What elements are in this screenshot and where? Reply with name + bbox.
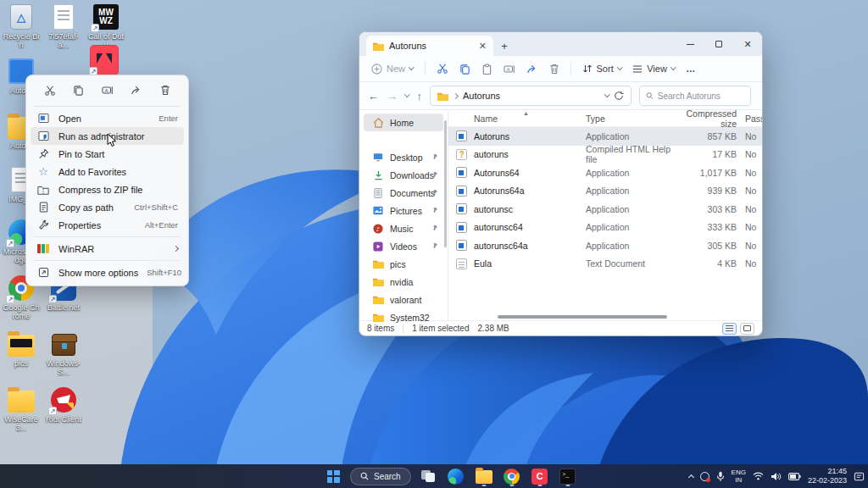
menu-item-add-to-favorites[interactable]: ☆ Add to Favorites <box>31 163 184 180</box>
clock[interactable]: 21:4522-02-2023 <box>808 467 847 486</box>
rename-button[interactable]: A <box>504 64 515 75</box>
large-icons-view-toggle[interactable] <box>740 323 754 335</box>
sidebar-item-music[interactable]: ♪ Music <box>364 219 443 237</box>
share-button[interactable] <box>526 64 538 75</box>
sidebar-item-desktop[interactable]: Desktop <box>364 148 443 166</box>
taskbar-red-c-app[interactable]: C <box>529 465 551 487</box>
volume-icon[interactable] <box>771 472 782 481</box>
file-row[interactable]: Autoruns Application 857 KB No <box>448 127 762 146</box>
file-row[interactable]: autorunsc64 Application 333 KB No <box>448 219 762 237</box>
taskbar-search[interactable]: Search <box>350 468 411 485</box>
taskbar-file-explorer[interactable] <box>473 465 495 487</box>
refresh-icon[interactable] <box>614 91 624 101</box>
copy-button[interactable] <box>459 64 470 75</box>
column-header-type[interactable]: Type <box>586 114 679 124</box>
language-indicator[interactable]: ENGIN <box>732 469 746 484</box>
forward-button[interactable]: → <box>387 90 398 103</box>
menu-item-open[interactable]: Open Enter <box>31 109 184 127</box>
copy-icon[interactable] <box>71 83 86 97</box>
cut-icon[interactable] <box>42 83 57 97</box>
menu-separator <box>34 260 181 261</box>
menu-item-compress-zip[interactable]: Compress to ZIP file <box>31 180 184 198</box>
paste-button[interactable] <box>481 64 492 75</box>
taskbar-edge[interactable] <box>445 465 467 487</box>
horizontal-scrollbar[interactable] <box>472 315 752 319</box>
navigation-bar: ← → ↑ Autoruns <box>359 82 762 110</box>
taskbar-terminal[interactable]: >_ <box>557 465 579 487</box>
wifi-icon[interactable] <box>753 472 764 480</box>
share-icon[interactable] <box>129 83 143 97</box>
file-row[interactable]: Eula Text Document 4 KB No <box>448 255 762 274</box>
delete-button[interactable] <box>549 64 559 75</box>
menu-item-show-more-options[interactable]: Show more options Shift+F10 <box>31 263 184 281</box>
close-button[interactable]: ✕ <box>733 32 762 56</box>
view-button[interactable]: View <box>632 64 675 74</box>
search-box[interactable] <box>639 86 751 106</box>
recorder-tray-icon[interactable] <box>700 472 709 481</box>
sort-button[interactable]: Sort <box>582 64 622 74</box>
cut-button[interactable] <box>437 63 448 75</box>
desktop-icon-recycle-bin[interactable]: Recycle Bin <box>2 3 41 50</box>
menu-item-copy-as-path[interactable]: Copy as path Ctrl+Shift+C <box>31 198 184 216</box>
menu-item-properties[interactable]: Properties Alt+Enter <box>31 216 184 234</box>
sidebar-item-videos[interactable]: Videos <box>364 237 443 255</box>
back-button[interactable]: ← <box>368 90 379 103</box>
folder-icon <box>372 312 384 324</box>
start-button[interactable] <box>322 465 344 487</box>
delete-icon[interactable] <box>158 83 172 97</box>
file-list: ▲ Name Type Compressed size Passw Autoru… <box>448 110 762 320</box>
menu-item-pin-to-start[interactable]: Pin to Start <box>31 145 184 163</box>
folder-icon <box>476 470 492 484</box>
file-row[interactable]: autoruns Compiled HTML Help file 17 KB N… <box>448 146 762 164</box>
menu-item-winrar[interactable]: WinRAR <box>31 240 184 258</box>
search-input[interactable] <box>658 92 744 101</box>
sidebar-item-documents[interactable]: Documents <box>364 184 443 202</box>
microphone-tray-icon[interactable] <box>716 471 725 482</box>
file-row[interactable]: autorunsc64a Application 305 KB No <box>448 236 762 255</box>
riot-client-icon <box>50 386 77 413</box>
sidebar-item-system32[interactable]: System32 <box>364 308 443 326</box>
sidebar-item-pictures[interactable]: Pictures <box>364 202 443 219</box>
address-bar[interactable]: Autoruns <box>430 86 632 106</box>
rename-icon[interactable]: A <box>100 83 114 97</box>
file-row[interactable]: Autoruns64 Application 1,017 KB No <box>448 164 762 182</box>
taskbar: Search C >_ ENGIN 21:4522-02-2023 <box>0 464 868 488</box>
details-view-toggle[interactable] <box>722 323 737 335</box>
desktop-icon-text-file[interactable]: 7l57efaf-a... <box>44 3 83 50</box>
address-dropdown-chevron-icon[interactable] <box>604 92 609 97</box>
taskbar-chrome[interactable] <box>501 465 523 487</box>
explorer-tab[interactable]: Autoruns ✕ <box>366 36 493 56</box>
sidebar-item-valorant[interactable]: valorant <box>364 291 443 308</box>
new-tab-button[interactable]: + <box>493 36 515 56</box>
desktop-icon-windows-s[interactable]: Windows-S... <box>44 330 83 377</box>
valorant-icon <box>91 47 118 74</box>
task-view-button[interactable] <box>417 465 439 487</box>
column-header-name[interactable]: Name <box>474 114 586 124</box>
minimize-button[interactable] <box>676 32 704 56</box>
sidebar-item-nvidia[interactable]: nvidia <box>364 273 443 291</box>
desktop-icon-pics-folder[interactable]: pics <box>2 330 41 368</box>
desktop-icon-wisecare-folder[interactable]: WiseCare3... <box>2 386 41 433</box>
up-button[interactable]: ↑ <box>417 90 423 103</box>
sidebar-scrollbar[interactable] <box>444 120 447 247</box>
file-row[interactable]: autorunsc Application 303 KB No <box>448 200 762 219</box>
desktop-icon-call-of-duty[interactable]: MWWZ Call of Duty <box>86 3 125 50</box>
column-header-size[interactable]: Compressed size <box>679 108 745 129</box>
sidebar-item-downloads[interactable]: Downloads <box>364 166 443 184</box>
column-header-password[interactable]: Passw <box>745 114 762 124</box>
tab-close-icon[interactable]: ✕ <box>479 42 487 51</box>
file-row[interactable]: Autoruns64a Application 939 KB No <box>448 182 762 201</box>
notification-center-button[interactable] <box>854 471 865 482</box>
desktop-icon-valorant[interactable] <box>85 47 124 75</box>
hidden-icons-button[interactable] <box>689 473 693 480</box>
new-button[interactable]: New <box>371 64 414 75</box>
sidebar-item-home[interactable]: Home <box>364 114 443 131</box>
desktop-icon-riot-client[interactable]: Riot Client <box>44 386 83 424</box>
more-options-button[interactable]: … <box>686 64 697 74</box>
maximize-button[interactable] <box>704 32 733 56</box>
sidebar-item-pics[interactable]: pics <box>364 255 443 273</box>
recent-locations-chevron-icon[interactable] <box>404 92 409 97</box>
chevron-down-icon <box>670 64 676 69</box>
selection-size: 2.38 MB <box>478 324 509 333</box>
battery-icon[interactable] <box>788 473 801 480</box>
